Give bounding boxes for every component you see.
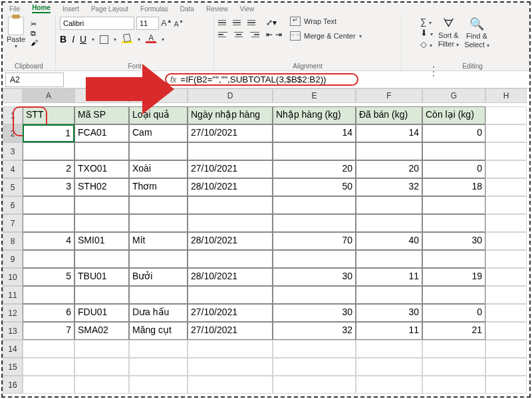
cell-E7[interactable]: [273, 214, 356, 232]
cell-C13[interactable]: Măng cụt: [129, 322, 188, 340]
cell-B13[interactable]: SMA02: [74, 322, 129, 340]
cell-G6[interactable]: [422, 196, 485, 214]
cell-A13[interactable]: 7: [23, 322, 74, 340]
cell-H8[interactable]: [485, 232, 527, 250]
increase-font-icon[interactable]: A▲: [161, 18, 172, 28]
cell-H15[interactable]: [485, 358, 527, 376]
cell-E15[interactable]: [273, 358, 356, 376]
align-middle-icon[interactable]: [233, 18, 245, 27]
cell-E13[interactable]: 32: [273, 322, 356, 340]
select-all-corner[interactable]: [3, 88, 23, 103]
font-color-icon[interactable]: A: [146, 35, 156, 43]
italic-button[interactable]: I: [72, 34, 74, 45]
cell-D12[interactable]: 27/10/2021: [188, 304, 273, 322]
cell-H14[interactable]: [485, 340, 527, 358]
cell-D11[interactable]: [188, 286, 273, 304]
cell-B3[interactable]: [74, 142, 129, 160]
cell-E8[interactable]: 70: [273, 232, 356, 250]
cut-icon[interactable]: ✂: [31, 20, 38, 28]
cell-C6[interactable]: [129, 196, 188, 214]
cell-D10[interactable]: 28/10/2021: [188, 268, 273, 286]
cell-C15[interactable]: [129, 358, 188, 376]
cell-A7[interactable]: [23, 214, 74, 232]
cell-C7[interactable]: [129, 214, 188, 232]
cell-G2[interactable]: 0: [422, 124, 485, 142]
cell-A6[interactable]: [23, 196, 74, 214]
cell-H11[interactable]: [485, 286, 527, 304]
cell-B5[interactable]: STH02: [74, 178, 129, 196]
cell-G14[interactable]: [422, 340, 485, 358]
cell-F6[interactable]: [356, 196, 422, 214]
cell-H2[interactable]: [485, 124, 527, 142]
cell-G10[interactable]: 19: [422, 268, 485, 286]
cell-A11[interactable]: [23, 286, 74, 304]
cell-H16[interactable]: [485, 376, 527, 394]
cell-D9[interactable]: [188, 250, 273, 268]
row-header-12[interactable]: 12: [3, 304, 23, 322]
cell-F3[interactable]: [356, 142, 422, 160]
cell-F14[interactable]: [356, 340, 422, 358]
cell-C14[interactable]: [129, 340, 188, 358]
cell-F11[interactable]: [356, 286, 422, 304]
increase-indent-icon[interactable]: ⇥: [275, 30, 282, 39]
col-header-A[interactable]: A: [23, 88, 74, 103]
bold-button[interactable]: B: [60, 34, 66, 45]
cell-G12[interactable]: 0: [422, 304, 485, 322]
row-header-1[interactable]: 1: [3, 106, 23, 124]
col-header-F[interactable]: F: [356, 88, 422, 103]
align-right-icon[interactable]: [247, 30, 259, 39]
cell-H3[interactable]: [485, 142, 527, 160]
cell-G13[interactable]: 21: [422, 322, 485, 340]
cell-A15[interactable]: [23, 358, 74, 376]
align-top-icon[interactable]: [218, 18, 230, 27]
cell-E12[interactable]: 30: [273, 304, 356, 322]
cell-G3[interactable]: [422, 142, 485, 160]
spreadsheet[interactable]: ABCDEFGH1STTMã SPLoại quảNgày nhập hàngN…: [3, 88, 529, 396]
row-header-5[interactable]: 5: [3, 178, 23, 196]
tab-insert[interactable]: Insert: [63, 5, 79, 13]
cell-D13[interactable]: 27/10/2021: [188, 322, 273, 340]
cell-F12[interactable]: 30: [356, 304, 422, 322]
cell-D5[interactable]: 28/10/2021: [188, 178, 273, 196]
cell-A12[interactable]: 6: [23, 304, 74, 322]
tab-view[interactable]: View: [240, 5, 255, 13]
cell-A14[interactable]: [23, 340, 74, 358]
cell-G7[interactable]: [422, 214, 485, 232]
tab-home[interactable]: Home: [32, 4, 51, 13]
align-bottom-icon[interactable]: [247, 18, 259, 27]
autosum-icon[interactable]: ∑ ▾: [420, 17, 433, 27]
format-painter-icon[interactable]: 🖌: [31, 39, 38, 47]
cell-A9[interactable]: [23, 250, 74, 268]
cell-G11[interactable]: [422, 286, 485, 304]
cell-F16[interactable]: [356, 376, 422, 394]
cell-D3[interactable]: [188, 142, 273, 160]
tab-file[interactable]: File: [9, 5, 20, 13]
row-header-2[interactable]: 2: [3, 124, 23, 142]
cell-F4[interactable]: 20: [356, 160, 422, 178]
cell-C9[interactable]: [129, 250, 188, 268]
underline-button[interactable]: U: [80, 34, 86, 45]
cell-C2[interactable]: Cam: [129, 124, 188, 142]
align-center-icon[interactable]: [233, 30, 245, 39]
cell-C3[interactable]: [129, 142, 188, 160]
fill-icon[interactable]: ⬇ ▾: [420, 28, 433, 38]
cell-B11[interactable]: [74, 286, 129, 304]
cell-G16[interactable]: [422, 376, 485, 394]
col-header-H[interactable]: H: [485, 88, 527, 103]
cell-H1[interactable]: [485, 106, 527, 124]
cell-C5[interactable]: Thơm: [129, 178, 188, 196]
cell-E2[interactable]: 14: [273, 124, 356, 142]
wrap-text-button[interactable]: Wrap Text: [290, 17, 362, 26]
cell-B14[interactable]: [74, 340, 129, 358]
cell-A2[interactable]: 1: [23, 124, 74, 142]
cell-E4[interactable]: 20: [273, 160, 356, 178]
cell-D4[interactable]: 27/10/2021: [188, 160, 273, 178]
row-header-14[interactable]: 14: [3, 340, 23, 358]
cell-E16[interactable]: [273, 376, 356, 394]
cell-G9[interactable]: [422, 250, 485, 268]
cell-G4[interactable]: 0: [422, 160, 485, 178]
cell-C4[interactable]: Xoài: [129, 160, 188, 178]
cell-F8[interactable]: 40: [356, 232, 422, 250]
cell-F9[interactable]: [356, 250, 422, 268]
align-left-icon[interactable]: [218, 30, 230, 39]
